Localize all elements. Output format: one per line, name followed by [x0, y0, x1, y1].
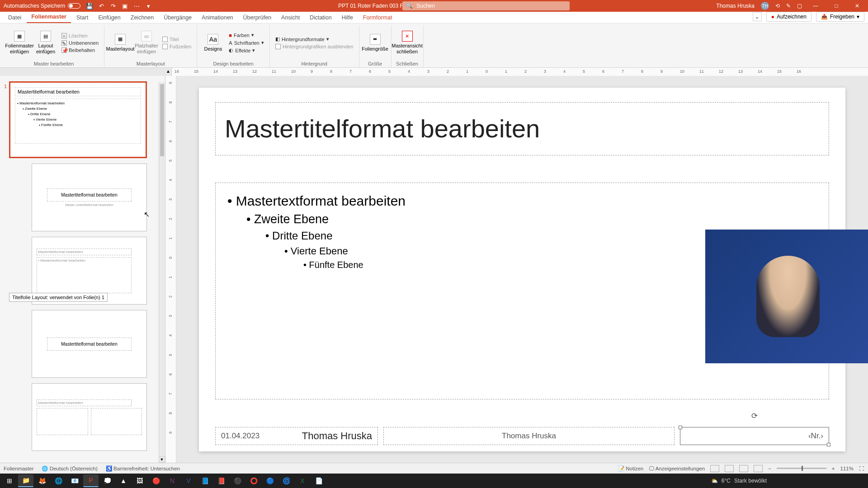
status-mode[interactable]: Folienmaster: [4, 466, 33, 471]
maximize-button[interactable]: □: [829, 0, 844, 12]
scroll-up-icon[interactable]: ▲: [166, 69, 170, 74]
start-icon[interactable]: ⊞: [2, 474, 17, 487]
search-input[interactable]: [416, 3, 566, 9]
app6-icon[interactable]: ⭕: [246, 474, 261, 487]
excel-icon[interactable]: X: [295, 474, 310, 487]
eyedropper-icon[interactable]: ✎: [786, 3, 791, 9]
status-accessibility[interactable]: ♿ Barrierefreiheit: Untersuchen: [106, 465, 180, 472]
tab-uebergaenge[interactable]: Übergänge: [159, 12, 196, 23]
tab-datei[interactable]: Datei: [4, 12, 26, 23]
date-placeholder[interactable]: 01.04.2023 Thomas Hruska: [215, 427, 378, 445]
zoom-slider[interactable]: [777, 468, 826, 469]
effects-button[interactable]: ◐Effekte▾: [227, 47, 266, 54]
slide-number-placeholder[interactable]: ⟳ ‹Nr.›: [680, 427, 829, 445]
tab-zeichnen[interactable]: Zeichnen: [126, 12, 158, 23]
firefox-icon[interactable]: 🦊: [34, 474, 50, 487]
user-name[interactable]: Thomas Hruska: [716, 3, 755, 9]
group-label: Schließen: [395, 60, 420, 67]
vlc-icon[interactable]: ▲: [116, 474, 131, 487]
slide-size-button[interactable]: ⬌Foliengröße: [363, 28, 387, 58]
autosave-toggle[interactable]: [68, 3, 80, 9]
avatar[interactable]: TH: [761, 2, 769, 10]
fonts-button[interactable]: ASchriftarten▾: [227, 39, 266, 46]
search-icon: 🔍: [406, 3, 413, 9]
tab-formformat[interactable]: Formformat: [359, 12, 397, 23]
app2-icon[interactable]: 🖼: [132, 474, 147, 487]
tab-dictation[interactable]: Dictation: [305, 12, 336, 23]
chrome-icon[interactable]: 🌐: [51, 474, 66, 487]
close-button[interactable]: ✕: [850, 0, 864, 12]
outlook-icon[interactable]: 📧: [67, 474, 82, 487]
app8-icon[interactable]: 📄: [311, 474, 326, 487]
ribbon-tabs: Datei Folienmaster Start Einfügen Zeichn…: [0, 12, 868, 23]
tab-animationen[interactable]: Animationen: [197, 12, 238, 23]
zoom-level[interactable]: 111%: [840, 466, 854, 471]
masterlayout-button[interactable]: ▦Masterlayout: [108, 28, 132, 58]
group-label: Design bearbeiten: [201, 60, 266, 67]
display-settings[interactable]: 🖵 Anzeigeeinstellungen: [649, 466, 705, 471]
app4-icon[interactable]: 📘: [197, 474, 212, 487]
tab-einfuegen[interactable]: Einfügen: [94, 12, 125, 23]
edge-icon[interactable]: 🌀: [278, 474, 294, 487]
explorer-icon[interactable]: 📁: [18, 474, 33, 487]
weather-widget[interactable]: ⛅ 6°C Stark bewölkt: [711, 478, 866, 484]
layout-thumbnail-4[interactable]: Mastertitelformat bearbeiten: [32, 383, 147, 451]
tab-ansicht[interactable]: Ansicht: [277, 12, 304, 23]
save-icon[interactable]: 💾: [86, 2, 93, 9]
record-button[interactable]: ●Aufzeichnen: [766, 12, 811, 22]
powerpoint-icon[interactable]: P: [83, 474, 99, 487]
background-styles-button[interactable]: ◧Hintergrundformate▾: [274, 36, 355, 42]
panel-scrollbar[interactable]: [159, 82, 165, 456]
zoom-out-icon[interactable]: −: [768, 466, 771, 471]
app-icon[interactable]: 💭: [99, 474, 115, 487]
preserve-button[interactable]: 📌Beibehalten: [60, 47, 100, 53]
footer-placeholder[interactable]: Thomas Hruska: [383, 427, 675, 445]
window-icon[interactable]: ▢: [797, 3, 802, 9]
colors-button[interactable]: ■Farben▾: [227, 32, 266, 38]
scroll-down-icon[interactable]: ▼: [159, 456, 165, 463]
insert-slidemaster-button[interactable]: ▦Folienmaster einfügen: [7, 28, 32, 58]
footers-checkbox: Fußzeilen: [160, 43, 193, 50]
undo-icon[interactable]: ↶: [98, 2, 105, 9]
rotate-handle-icon[interactable]: ⟳: [751, 411, 758, 421]
app3-icon[interactable]: 🔴: [148, 474, 164, 487]
tab-ueberpruefen[interactable]: Überprüfen: [239, 12, 276, 23]
onenote-icon[interactable]: N: [165, 474, 180, 487]
redo-icon[interactable]: ↷: [109, 2, 117, 9]
tab-folienmaster[interactable]: Folienmaster: [27, 11, 71, 23]
collapse-ribbon-button[interactable]: ⌄: [753, 12, 762, 21]
more-icon[interactable]: ⋯: [133, 2, 140, 9]
share-button[interactable]: 📤Freigeben▾: [816, 12, 864, 22]
zoom-in-icon[interactable]: +: [832, 466, 835, 471]
layout-thumbnail-1[interactable]: Mastertitelformat bearbeiten Master-Unte…: [32, 164, 147, 231]
layout-thumbnail-3[interactable]: Mastertitelformat bearbeiten: [32, 310, 147, 378]
slide-canvas-area[interactable]: Mastertitelformat bearbeiten • Mastertex…: [176, 76, 868, 463]
sync-icon[interactable]: ⟲: [775, 3, 780, 9]
reading-view-icon[interactable]: [739, 465, 748, 472]
tab-hilfe[interactable]: Hilfe: [337, 12, 358, 23]
designs-button[interactable]: AaDesigns: [201, 28, 225, 58]
webcam-overlay[interactable]: [705, 230, 868, 363]
obs-icon[interactable]: ⚫: [230, 474, 245, 487]
status-lang[interactable]: 🌐 Deutsch (Österreich): [42, 465, 97, 472]
ruler-vertical: 9876543210123456789: [165, 76, 176, 463]
slideshow-view-icon[interactable]: [754, 465, 763, 472]
fit-icon[interactable]: ⛶: [859, 466, 864, 471]
search-box[interactable]: 🔍: [402, 1, 570, 10]
close-master-button[interactable]: ✕Masteransicht schließen: [395, 28, 420, 58]
minimize-button[interactable]: —: [808, 0, 823, 12]
app7-icon[interactable]: 🔵: [262, 474, 278, 487]
normal-view-icon[interactable]: [710, 465, 719, 472]
notes-button[interactable]: 📝 Notizen: [618, 465, 643, 472]
rename-button[interactable]: ✎Umbenennen: [60, 40, 100, 46]
master-thumbnail[interactable]: Mastertitelformat bearbeiten • Mastertex…: [9, 81, 147, 158]
visio-icon[interactable]: V: [181, 474, 196, 487]
insert-layout-button[interactable]: ▤Layout einfügen: [33, 28, 58, 58]
app5-icon[interactable]: 📕: [213, 474, 229, 487]
sorter-view-icon[interactable]: [725, 465, 734, 472]
tab-start[interactable]: Start: [72, 12, 93, 23]
customize-icon[interactable]: ▾: [145, 2, 152, 9]
thumbnails-panel[interactable]: Mastertitelformat bearbeiten • Mastertex…: [0, 76, 165, 463]
title-placeholder[interactable]: Mastertitelformat bearbeiten: [215, 102, 829, 155]
present-icon[interactable]: ▣: [121, 2, 128, 9]
